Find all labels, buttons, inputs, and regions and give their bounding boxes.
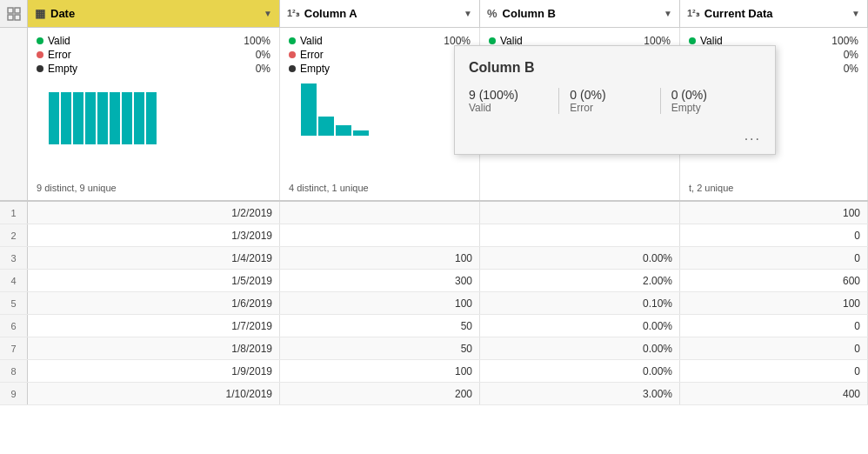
svg-rect-0 <box>8 8 13 13</box>
row-6-date: 1/7/2019 <box>28 315 280 337</box>
row-8-date: 1/9/2019 <box>28 360 280 382</box>
col-a-valid-stat: Valid 100% <box>289 35 471 47</box>
date-column-header[interactable]: ▦ Date ▼ <box>28 0 280 27</box>
current-empty-pct: 0% <box>844 63 858 75</box>
tooltip-more-button[interactable]: ... <box>744 128 761 144</box>
col-a-bar-2 <box>318 117 334 136</box>
date-dropdown-icon[interactable]: ▼ <box>264 9 272 18</box>
row-6-col-b: 0.00% <box>480 315 680 337</box>
row-1-col-a <box>280 202 480 224</box>
row-9-date: 1/10/2019 <box>28 383 280 404</box>
date-valid-label: Valid <box>48 35 70 47</box>
tooltip-title: Column B <box>469 60 761 76</box>
row-9-col-a: 200 <box>280 383 480 404</box>
valid-dot <box>37 37 43 44</box>
row-6-col-a: 50 <box>280 315 480 337</box>
date-error-pct: 0% <box>256 49 270 61</box>
table-row: 8 1/9/2019 100 0.00% 0 <box>0 360 868 383</box>
tooltip-valid-value: 9 (100%) <box>469 88 548 102</box>
row-num-7: 7 <box>0 337 28 359</box>
row-9-current: 400 <box>680 383 868 404</box>
svg-rect-2 <box>8 15 13 20</box>
date-bar-chart <box>49 83 270 144</box>
col-a-bar-chart <box>301 83 471 136</box>
row-7-col-b: 0.00% <box>480 337 680 359</box>
col-b-profile: Valid 100% Error 0% Empty 0% Co <box>480 28 680 200</box>
row-9-col-b: 3.00% <box>480 383 680 404</box>
row-num-1: 1 <box>0 202 28 224</box>
current-valid-pct: 100% <box>831 35 858 47</box>
tooltip-bottom: ... <box>469 128 761 144</box>
data-table: 1 1/2/2019 100 2 1/3/2019 0 3 1/4/2019 1… <box>0 202 868 454</box>
row-num-3: 3 <box>0 247 28 269</box>
col-b-column-header[interactable]: % Column B ▼ <box>480 0 680 27</box>
row-6-current: 0 <box>680 315 868 337</box>
row-num-4: 4 <box>0 270 28 291</box>
row-3-col-a: 100 <box>280 247 480 269</box>
row-3-col-b: 0.00% <box>480 247 680 269</box>
empty-dot <box>37 65 43 72</box>
col-a-error-label: Error <box>300 49 324 61</box>
profile-section: Valid 100% Error 0% Empty 0% <box>0 28 868 202</box>
row-4-date: 1/5/2019 <box>28 270 280 291</box>
grid-icon <box>7 7 21 21</box>
tooltip-empty-stat: 0 (0%) Empty <box>661 88 761 114</box>
table-row: 9 1/10/2019 200 3.00% 400 <box>0 383 868 405</box>
profile-spacer <box>0 28 28 200</box>
col-b-valid-dot <box>489 37 496 44</box>
col-a-dropdown-icon[interactable]: ▼ <box>464 9 472 18</box>
col-a-column-header[interactable]: 1²₃ Column A ▼ <box>280 0 480 27</box>
row-1-date: 1/2/2019 <box>28 202 280 224</box>
col-b-dropdown-icon[interactable]: ▼ <box>664 9 672 18</box>
col-a-error-stat: Error 0% <box>289 49 471 61</box>
tooltip-error-label: Error <box>570 102 649 114</box>
bar-1 <box>49 92 59 144</box>
col-a-empty-stat: Empty 0% <box>289 63 471 75</box>
date-distinct-label: 9 distinct, 9 unique <box>37 183 270 193</box>
current-dropdown-icon[interactable]: ▼ <box>851 9 860 18</box>
row-2-col-a <box>280 224 480 246</box>
row-1-col-b <box>480 202 680 224</box>
current-error-pct: 0% <box>844 49 858 61</box>
row-2-current: 0 <box>680 224 868 246</box>
current-valid-dot <box>689 37 696 44</box>
tooltip-error-stat: 0 (0%) Error <box>559 88 660 114</box>
table-row: 4 1/5/2019 300 2.00% 600 <box>0 270 868 292</box>
col-a-error-dot <box>289 51 296 58</box>
col-b-type-icon: % <box>487 7 497 20</box>
bar-2 <box>61 92 71 144</box>
row-num-2: 2 <box>0 224 28 246</box>
table-row: 2 1/3/2019 0 <box>0 224 868 247</box>
row-4-col-b: 2.00% <box>480 270 680 291</box>
svg-rect-3 <box>15 15 20 20</box>
date-empty-label: Empty <box>48 63 77 75</box>
row-num-9: 9 <box>0 383 28 404</box>
col-a-empty-dot <box>289 65 296 72</box>
bar-4 <box>85 92 96 144</box>
col-a-bar-3 <box>336 125 351 136</box>
row-7-date: 1/8/2019 <box>28 337 280 359</box>
table-row: 5 1/6/2019 100 0.10% 100 <box>0 292 868 315</box>
row-7-col-a: 50 <box>280 337 480 359</box>
row-7-current: 0 <box>680 337 868 359</box>
row-5-current: 100 <box>680 292 868 314</box>
column-b-tooltip: Column B 9 (100%) Valid 0 (0%) Error 0 (… <box>454 45 776 155</box>
table-row: 7 1/8/2019 50 0.00% 0 <box>0 337 868 360</box>
col-a-bar-4 <box>353 130 369 136</box>
col-a-empty-label: Empty <box>300 63 330 75</box>
row-5-date: 1/6/2019 <box>28 292 280 314</box>
svg-rect-1 <box>15 8 20 13</box>
row-3-current: 0 <box>680 247 868 269</box>
date-empty-stat: Empty 0% <box>37 63 270 75</box>
tooltip-valid-label: Valid <box>469 102 548 114</box>
table-row: 3 1/4/2019 100 0.00% 0 <box>0 247 868 270</box>
bar-3 <box>73 92 83 144</box>
current-col-label: Current Data <box>704 7 773 20</box>
col-a-valid-dot <box>289 37 296 44</box>
date-type-icon: ▦ <box>35 7 45 20</box>
current-data-column-header[interactable]: 1²₃ Current Data ▼ <box>680 0 868 27</box>
date-error-label: Error <box>48 49 71 61</box>
date-valid-stat: Valid 100% <box>37 35 270 47</box>
table-row: 6 1/7/2019 50 0.00% 0 <box>0 315 868 337</box>
col-a-profile: Valid 100% Error 0% Empty 0% <box>280 28 480 200</box>
